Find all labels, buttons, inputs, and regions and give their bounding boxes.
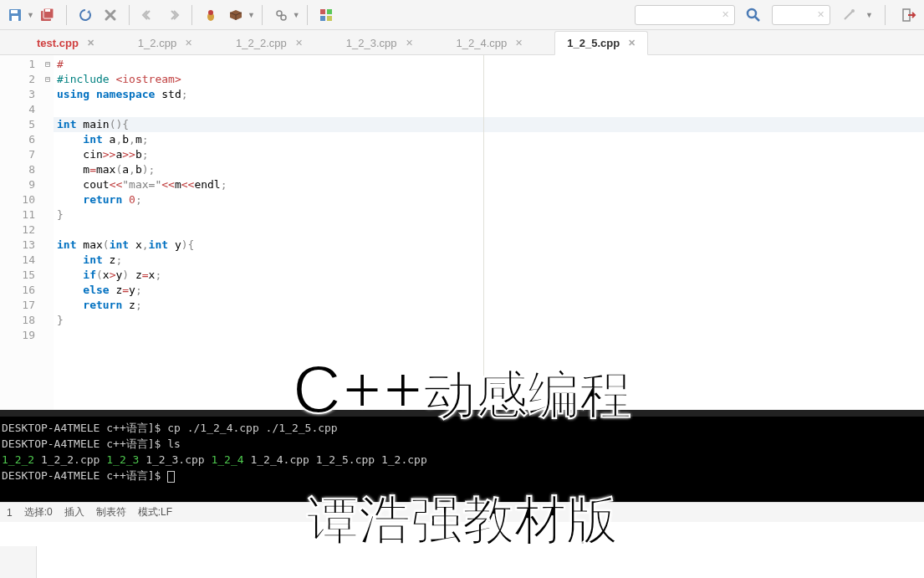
svg-point-7 — [208, 10, 213, 15]
close-icon[interactable]: ✕ — [185, 38, 192, 49]
dropdown-icon[interactable]: ▼ — [27, 11, 34, 19]
main-toolbar: ▼ ▼ ▼ ✕ ✕ ▼ — [0, 0, 924, 30]
tab-label: 1_2.cpp — [138, 37, 176, 49]
tab-bar: test.cpp✕1_2.cpp✕1_2_2.cpp✕1_2_3.cpp✕1_2… — [0, 30, 924, 55]
code-line[interactable]: # — [54, 57, 924, 72]
close-icon[interactable]: ✕ — [515, 38, 523, 49]
clear-icon[interactable]: ✕ — [722, 9, 729, 20]
line-numbers: 12345678910111213141516171819 — [0, 55, 42, 410]
code-line[interactable]: return 0; — [54, 192, 924, 207]
code-line[interactable]: } — [54, 207, 924, 223]
code-line[interactable]: int max(int x,int y){ — [54, 238, 924, 253]
gear-icon[interactable] — [269, 3, 293, 27]
refresh-icon[interactable] — [74, 3, 97, 27]
save-all-icon[interactable] — [36, 3, 59, 27]
palette-icon[interactable] — [314, 3, 338, 27]
svg-rect-10 — [320, 9, 325, 14]
dropdown-icon[interactable]: ▼ — [865, 11, 873, 19]
code-area[interactable]: ##include <iostream>using namespace std;… — [54, 55, 924, 410]
close-icon[interactable]: ✕ — [87, 38, 94, 49]
brick-icon[interactable] — [224, 3, 248, 27]
code-line[interactable]: return z; — [54, 298, 924, 313]
code-line[interactable]: cout<<"max="<<m<<endl; — [54, 177, 924, 192]
terminal-line: DESKTOP-A4TMELE c++语言]$ — [2, 468, 922, 483]
back-icon[interactable] — [136, 3, 160, 27]
bottom-panel-tab[interactable] — [0, 546, 37, 578]
code-line[interactable]: cin>>a>>b; — [54, 147, 924, 162]
code-line[interactable] — [54, 102, 924, 117]
tab-1_2_3-cpp[interactable]: 1_2_3.cpp✕ — [334, 32, 425, 54]
close-icon[interactable]: ✕ — [628, 38, 636, 49]
svg-rect-1 — [11, 10, 18, 13]
code-line[interactable]: int main(){ — [54, 117, 924, 132]
svg-point-8 — [277, 11, 282, 16]
code-line[interactable] — [54, 223, 924, 238]
code-line[interactable]: m=max(a,b); — [54, 162, 924, 177]
code-line[interactable]: if(x>y) z=x; — [54, 268, 924, 283]
separator — [129, 5, 130, 25]
separator — [191, 5, 192, 25]
status-select: 选择:0 — [24, 505, 53, 519]
separator — [262, 5, 263, 25]
tab-1_2_4-cpp[interactable]: 1_2_4.cpp✕ — [445, 32, 535, 54]
dropdown-icon[interactable]: ▼ — [293, 11, 300, 19]
terminal[interactable]: DESKTOP-A4TMELE c++语言]$ cp ./1_2_4.cpp .… — [0, 410, 924, 502]
wand-icon[interactable] — [837, 3, 860, 27]
svg-rect-13 — [327, 16, 332, 21]
code-line[interactable]: else z=y; — [54, 283, 924, 298]
save-icon[interactable] — [3, 3, 27, 27]
separator — [885, 5, 886, 25]
status-bar: 1 选择:0 插入 制表符 模式:LF — [0, 502, 924, 522]
tab-label: 1_2_5.cpp — [567, 37, 620, 49]
svg-rect-2 — [12, 16, 18, 21]
close-icon[interactable]: ✕ — [406, 38, 413, 49]
separator — [66, 5, 67, 25]
forward-icon[interactable] — [161, 3, 185, 27]
svg-rect-11 — [327, 9, 332, 14]
exit-icon[interactable] — [897, 3, 921, 27]
fold-column[interactable]: ⊟⊟ — [42, 55, 54, 410]
code-line[interactable]: #include <iostream> — [54, 72, 924, 87]
svg-point-15 — [851, 9, 855, 13]
debug-icon[interactable] — [199, 3, 222, 27]
status-insert: 插入 — [64, 505, 84, 519]
svg-rect-5 — [45, 9, 50, 12]
code-line[interactable]: } — [54, 313, 924, 328]
svg-point-14 — [748, 9, 756, 18]
svg-rect-12 — [320, 16, 325, 21]
tab-1_2-cpp[interactable]: 1_2.cpp✕ — [126, 32, 204, 54]
tab-label: 1_2_4.cpp — [457, 37, 508, 49]
status-line: 1 — [7, 507, 13, 519]
tab-1_2_5-cpp[interactable]: 1_2_5.cpp✕ — [554, 31, 648, 55]
code-line[interactable] — [54, 328, 924, 343]
tab-1_2_2-cpp[interactable]: 1_2_2.cpp✕ — [224, 32, 314, 54]
tab-test-cpp[interactable]: test.cpp✕ — [25, 32, 106, 54]
code-editor[interactable]: 12345678910111213141516171819 ⊟⊟ ##inclu… — [0, 55, 924, 410]
status-tab: 制表符 — [96, 505, 126, 519]
terminal-line: DESKTOP-A4TMELE c++语言]$ cp ./1_2_4.cpp .… — [2, 420, 922, 436]
code-line[interactable]: int a,b,m; — [54, 132, 924, 147]
tab-label: test.cpp — [37, 37, 79, 49]
tab-label: 1_2_3.cpp — [346, 37, 397, 49]
separator — [307, 5, 308, 25]
terminal-line: DESKTOP-A4TMELE c++语言]$ ls — [2, 436, 922, 452]
print-margin — [483, 55, 484, 410]
search-icon[interactable] — [742, 3, 765, 27]
dropdown-icon[interactable]: ▼ — [248, 11, 255, 19]
code-line[interactable]: using namespace std; — [54, 87, 924, 102]
terminal-line: 1_2_2 1_2_2.cpp 1_2_3 1_2_3.cpp 1_2_4 1_… — [2, 452, 922, 468]
status-mode: 模式:LF — [138, 505, 172, 519]
code-line[interactable]: int z; — [54, 253, 924, 268]
search-input-2[interactable]: ✕ — [772, 5, 830, 25]
close-icon[interactable]: ✕ — [295, 38, 303, 49]
clear-icon[interactable]: ✕ — [817, 9, 824, 20]
search-input[interactable]: ✕ — [635, 5, 735, 25]
svg-point-9 — [281, 15, 286, 20]
tab-label: 1_2_2.cpp — [236, 37, 287, 49]
stop-icon[interactable] — [99, 3, 122, 27]
